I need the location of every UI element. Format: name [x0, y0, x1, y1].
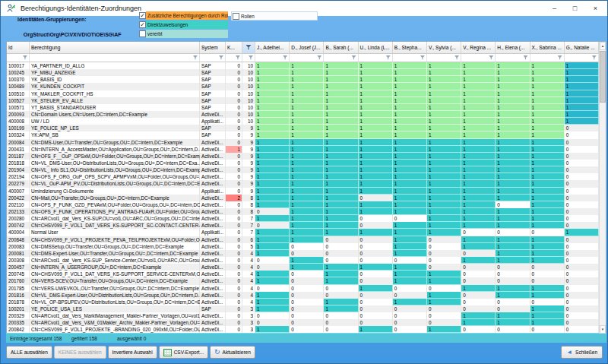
vertical-scrollbar[interactable]: ▲ ▼ [599, 42, 606, 334]
grid-row[interactable]: 200848CN=CHSV099_F_VOL1_PROJEKTE_PEVA_TE… [7, 236, 606, 243]
grid-row[interactable]: 100370YK_BASIS_IDSAP0101111111111 [7, 76, 606, 83]
filter-cell-berechtigung[interactable] [30, 54, 200, 62]
grid-row[interactable]: 100017YA_PARTNER_ID_ALLGSAP0101111111111 [7, 62, 606, 69]
filter-checkbox-row[interactable]: ✓Direktzuweisungen [139, 21, 228, 29]
filter-cell-p1[interactable] [290, 54, 324, 62]
minimize-icon[interactable]: – [544, 1, 565, 16]
grid-row[interactable]: 200457CN=INTERN_A_USERGROUP,OU=,DC=inter… [7, 264, 606, 271]
select-none-button[interactable]: KEINES auswählen [54, 346, 106, 359]
column-header-id[interactable]: Id [7, 42, 30, 54]
column-header-p5[interactable]: V., Sylvia (... [427, 42, 461, 54]
grid-cell-system: Applikati... [200, 229, 226, 236]
grid-row[interactable]: 400007Umindizierung Ci-DokumenteApplikat… [7, 188, 606, 195]
grid-row[interactable]: 201187CN=OFS_F__OuP_OPSxM,OU=Folder,OU=G… [7, 153, 606, 160]
filter-cell-p9[interactable] [565, 54, 599, 62]
filter-cell-konflikt[interactable] [226, 54, 242, 62]
grid-row[interactable]: 200422CN=Mail,OU=Transfer,OU=Groups,OU=,… [7, 195, 606, 201]
checkbox[interactable]: ✓ [139, 21, 146, 28]
filter-cell-p0[interactable] [255, 54, 290, 62]
grid-row[interactable]: 200081CN=DMS-Expert-User,OU=Transfer,OU=… [7, 250, 606, 257]
scroll-up-icon[interactable]: ▲ [600, 42, 606, 50]
checkbox[interactable]: ✓ [139, 12, 146, 19]
column-header-konflikt[interactable]: K... [226, 42, 242, 54]
grid-row[interactable]: 100324YK:APM_SBSAP091111111110 [7, 131, 606, 138]
close-icon[interactable]: × [585, 1, 606, 16]
grid-cell-p3: 1 [359, 208, 393, 215]
select-all-button[interactable]: ALLE auswählen [6, 346, 52, 359]
grid-row[interactable]: 201785CN=VERS-UWEVKOL,OU=Transfer,OU=Gro… [7, 285, 606, 292]
filter-cell-p8[interactable] [530, 54, 565, 62]
grid-row[interactable]: 200280CN=ARCvol1_dat_Vers_KS-SUP,OU=vol1… [7, 215, 606, 222]
filter-cell-count[interactable] [242, 54, 255, 62]
filter-cell-p7[interactable] [496, 54, 530, 62]
grid-row[interactable]: 200431CN=INTERN_A_AccessMaster,OU=Applic… [7, 146, 606, 153]
grid-cell-id: 202194 [7, 173, 30, 180]
filter-checkbox-row[interactable]: vererbt [139, 30, 228, 38]
invert-selection-button[interactable]: Invertiere Auswahl [108, 346, 157, 359]
filter-checkbox-row[interactable]: ✓Zusätzliche Berechtigungen durch Rollen [139, 11, 228, 20]
maximize-icon[interactable]: □ [565, 1, 585, 16]
grid-cell-p1: 0 [290, 319, 324, 326]
column-header-system[interactable]: System [200, 42, 226, 54]
grid-row[interactable]: 100201YE_POLICE_USA_LESSAP031010000010 [7, 305, 606, 312]
column-header-p0[interactable]: J., Adelhei... [255, 42, 290, 54]
csv-export-button[interactable]: CSV-Export... [159, 346, 208, 359]
grid-row[interactable]: 100489YK_KUNDEN_COCKPITSAP0101111111111 [7, 83, 606, 90]
filter-cell-system[interactable] [200, 54, 226, 62]
grid-row[interactable]: 201818CN=VL_DMS-User,OU=DistributionList… [7, 160, 606, 166]
scroll-down-icon[interactable]: ▼ [600, 325, 606, 334]
grid-row[interactable]: 100510YK_MAKLER_COCKPIT_HSSAP01011111111… [7, 90, 606, 97]
column-header-p9[interactable]: G., Natalie ... [565, 42, 599, 54]
grid-row[interactable]: 201904CN=VL_ Info SL1,OU=DistributionLis… [7, 166, 606, 173]
column-header-count[interactable] [242, 42, 255, 54]
column-header-berechtigung[interactable]: Berechtigung [30, 42, 200, 54]
grid-cell-count: 9 [242, 131, 255, 138]
grid-row[interactable]: 200745CN=CHSV099_F_VOL1_DAT_VERS_KS-SUPP… [7, 271, 606, 277]
grid-row[interactable]: 100199YE_POLICE_NP_LESSAP091111111110 [7, 125, 606, 131]
grid-cell-p2: 1 [324, 90, 358, 97]
grid-row[interactable]: 200084CN=DMS-User,OU=Transfer,OU=Groups,… [7, 139, 606, 146]
grid-row[interactable]: 202110CN=OFS_F_FUNK_GZD_PEVAxM,OU=Folder… [7, 201, 606, 208]
close-button[interactable]: ◄ Schließen [561, 346, 603, 359]
grid-row[interactable]: 100527YK_STEUER_EV_ALLESAP0101111111111 [7, 97, 606, 104]
grid-row[interactable]: 400004Normal UserApplikati...07111111000… [7, 229, 606, 236]
grid-row[interactable]: 100245YF_MIBU_ANZEIGESAP0101111111111 [7, 69, 606, 76]
filter-cell-p3[interactable] [359, 54, 393, 62]
grid-cell-p3: 0 [359, 222, 393, 229]
grid-row[interactable]: 201816CN=VL_DMS-Expert-User,OU=Distribut… [7, 292, 606, 299]
column-header-p8[interactable]: X., Sabrina ... [530, 42, 565, 54]
grid-row[interactable]: 200083CN=DMSSetup,OU=Transfer,OU=Groups,… [7, 243, 606, 250]
grid-row[interactable]: 400008UW / LDApplikati...0101111111111 [7, 118, 606, 125]
filter-cell-p2[interactable] [324, 54, 358, 62]
grid-row[interactable]: 201760CN=VERS-SCEV,OU=Transfer,OU=Groups… [7, 277, 606, 284]
grid-row[interactable]: 200335CN=ARCvol1_dat_Vers_V&M_01Makler_A… [7, 319, 606, 326]
grid-cell-p5: 1 [427, 146, 461, 153]
grid-row[interactable]: 200742CN=CHSV099_F_VOL1_DAT_VERS_KS-SUPP… [7, 222, 606, 229]
filter-cell-p6[interactable] [461, 54, 496, 62]
grid-row[interactable]: 202194CN=OFS_F_ORG_OuP_OPS_SCPV_APMPVxM,… [7, 173, 606, 180]
grid-row[interactable]: 200093CN=Domain Users,CN=Users,DC=intern… [7, 111, 606, 118]
column-header-p2[interactable]: B., Sarah (... [324, 42, 358, 54]
grid-row[interactable]: 202279CN=VL_OuP-APM_PV,OU=DistributionLi… [7, 180, 606, 187]
rollen-filter[interactable]: Rollen [231, 11, 318, 21]
column-header-p3[interactable]: U., Linda (L... [359, 42, 393, 54]
grid-row[interactable]: 200308CN=ARCvol1_dat_Vers_KS-SUP_Service… [7, 257, 606, 264]
grid-row[interactable]: 202133CN=OFS_F_FUNK_OPERATIONS_PV_ANTRAG… [7, 208, 606, 215]
checkbox[interactable] [139, 30, 146, 37]
filter-cell-p5[interactable] [427, 54, 461, 62]
grid-cell-p0: 0 [255, 257, 290, 264]
refresh-button[interactable]: ↻Aktualisieren [210, 346, 255, 359]
grid-cell-id: 201904 [7, 166, 30, 173]
rollen-checkbox[interactable] [233, 13, 239, 20]
column-header-p7[interactable]: H., Elena (... [496, 42, 530, 54]
filter-cell-p4[interactable] [393, 54, 427, 62]
scrollbar-thumb[interactable] [600, 51, 606, 103]
grid-row[interactable]: 200329CN=ARCvol1_dat_Vers_MarktManagemen… [7, 312, 606, 319]
grid-row[interactable]: 100571YT_BASIS_STANDARDUSERSAP0101111111… [7, 104, 606, 111]
column-header-p4[interactable]: B., Stepha... [393, 42, 427, 54]
column-header-p1[interactable]: D., Josef (J... [290, 42, 324, 54]
filter-cell-id[interactable] [7, 54, 30, 62]
column-header-p6[interactable]: V., Regina ... [461, 42, 496, 54]
grid-row[interactable]: 201878CN=VL_OP-BPSUPEV,OU=DistributionLi… [7, 299, 606, 305]
grid-cell-konflikt: 0 [226, 131, 242, 138]
